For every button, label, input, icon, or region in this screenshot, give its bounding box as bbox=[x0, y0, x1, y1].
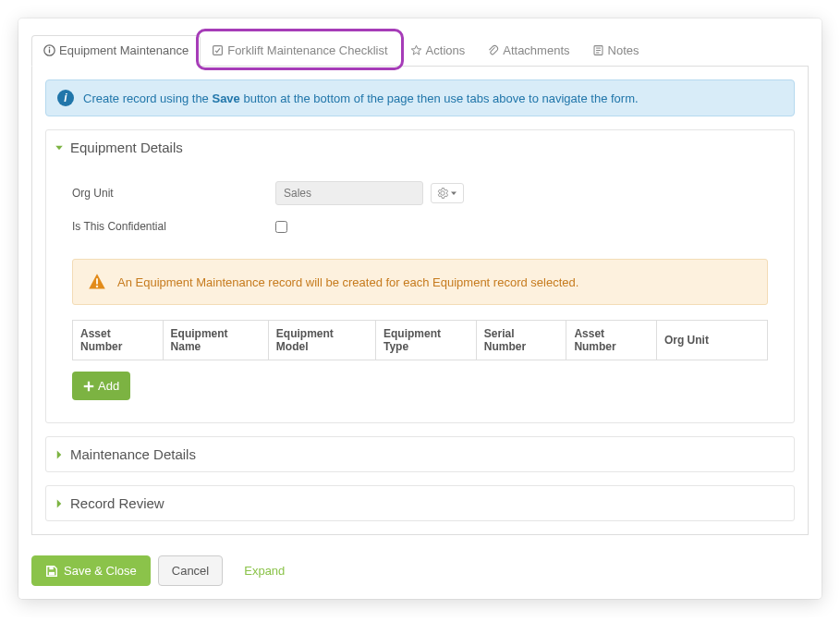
col-equipment-type: Equipment Type bbox=[375, 321, 476, 360]
row-confidential: Is This Confidential bbox=[72, 213, 768, 240]
section-title: Maintenance Details bbox=[70, 446, 196, 462]
tab-label: Forklift Maintenance Checklist bbox=[227, 43, 387, 57]
col-equipment-model: Equipment Model bbox=[268, 321, 375, 360]
warning-text: An Equipment Maintenance record will be … bbox=[117, 275, 578, 289]
checkbox-icon bbox=[212, 44, 224, 56]
row-org-unit: Org Unit Sales bbox=[72, 174, 768, 213]
form-window: Equipment Maintenance Forklift Maintenan… bbox=[18, 18, 822, 599]
label-org-unit: Org Unit bbox=[72, 187, 275, 200]
tab-notes[interactable]: Notes bbox=[581, 36, 651, 66]
svg-rect-8 bbox=[96, 278, 98, 284]
chevron-right-icon bbox=[54, 449, 65, 460]
tab-label: Actions bbox=[426, 43, 466, 57]
section-header-equipment-details[interactable]: Equipment Details bbox=[46, 130, 794, 165]
star-icon bbox=[410, 44, 422, 56]
col-serial-number: Serial Number bbox=[476, 321, 566, 360]
warning-triangle-icon bbox=[88, 273, 106, 291]
paperclip-icon bbox=[487, 44, 499, 56]
info-alert-pre: Create record using the bbox=[83, 91, 212, 105]
col-equipment-name: Equipment Name bbox=[163, 321, 268, 360]
note-icon bbox=[592, 44, 604, 56]
tab-attachments[interactable]: Attachments bbox=[476, 36, 580, 66]
svg-rect-13 bbox=[49, 567, 53, 569]
gear-icon bbox=[437, 188, 448, 199]
col-asset-number-2: Asset Number bbox=[566, 321, 657, 360]
plus-icon bbox=[83, 381, 94, 392]
info-circle-icon bbox=[43, 44, 55, 56]
save-icon bbox=[45, 565, 58, 578]
section-title: Record Review bbox=[70, 495, 164, 511]
footer-actions: Save & Close Cancel Expand bbox=[31, 555, 809, 586]
org-unit-settings-button[interactable] bbox=[431, 183, 464, 203]
info-alert-post: button at the bottom of the page then us… bbox=[240, 91, 639, 105]
section-equipment-details: Equipment Details Org Unit Sales Is This… bbox=[45, 129, 795, 423]
tab-bar: Equipment Maintenance Forklift Maintenan… bbox=[31, 35, 809, 67]
tab-label: Notes bbox=[608, 43, 639, 57]
expand-label: Expand bbox=[244, 564, 285, 578]
warning-alert: An Equipment Maintenance record will be … bbox=[72, 259, 768, 305]
org-unit-field[interactable]: Sales bbox=[275, 181, 423, 205]
equipment-table: Asset Number Equipment Name Equipment Mo… bbox=[72, 320, 768, 360]
svg-point-9 bbox=[96, 286, 99, 288]
cancel-button[interactable]: Cancel bbox=[158, 555, 223, 586]
label-confidential: Is This Confidential bbox=[72, 220, 275, 233]
caret-down-icon bbox=[450, 189, 457, 197]
info-alert: i Create record using the Save button at… bbox=[45, 79, 795, 116]
add-button[interactable]: Add bbox=[72, 372, 130, 400]
col-org-unit: Org Unit bbox=[656, 321, 767, 360]
save-close-label: Save & Close bbox=[64, 564, 137, 578]
tab-panel: i Create record using the Save button at… bbox=[31, 67, 809, 535]
svg-rect-12 bbox=[49, 571, 55, 575]
tab-actions[interactable]: Actions bbox=[399, 36, 477, 66]
info-alert-text: Create record using the Save button at t… bbox=[83, 91, 639, 105]
svg-point-1 bbox=[49, 47, 51, 49]
table-header-row: Asset Number Equipment Name Equipment Mo… bbox=[73, 321, 768, 360]
confidential-checkbox[interactable] bbox=[275, 221, 287, 233]
tab-equipment-maintenance[interactable]: Equipment Maintenance bbox=[31, 35, 201, 67]
tab-label: Equipment Maintenance bbox=[59, 43, 189, 57]
add-button-label: Add bbox=[98, 379, 119, 393]
section-maintenance-details[interactable]: Maintenance Details bbox=[45, 436, 795, 472]
cancel-label: Cancel bbox=[172, 564, 209, 578]
section-record-review[interactable]: Record Review bbox=[45, 485, 795, 521]
svg-rect-3 bbox=[213, 45, 223, 55]
section-body: Org Unit Sales Is This Confidential An E… bbox=[46, 165, 794, 422]
chevron-right-icon bbox=[54, 498, 65, 509]
save-close-button[interactable]: Save & Close bbox=[31, 555, 151, 586]
info-icon: i bbox=[57, 90, 74, 106]
chevron-down-icon bbox=[54, 142, 65, 153]
section-title: Equipment Details bbox=[70, 140, 183, 155]
tab-label: Attachments bbox=[503, 43, 569, 57]
info-alert-bold: Save bbox=[212, 91, 239, 105]
svg-rect-2 bbox=[49, 49, 50, 53]
col-asset-number: Asset Number bbox=[73, 321, 164, 360]
svg-rect-11 bbox=[84, 384, 94, 386]
tab-forklift-checklist[interactable]: Forklift Maintenance Checklist bbox=[201, 36, 398, 66]
expand-button[interactable]: Expand bbox=[230, 555, 298, 586]
